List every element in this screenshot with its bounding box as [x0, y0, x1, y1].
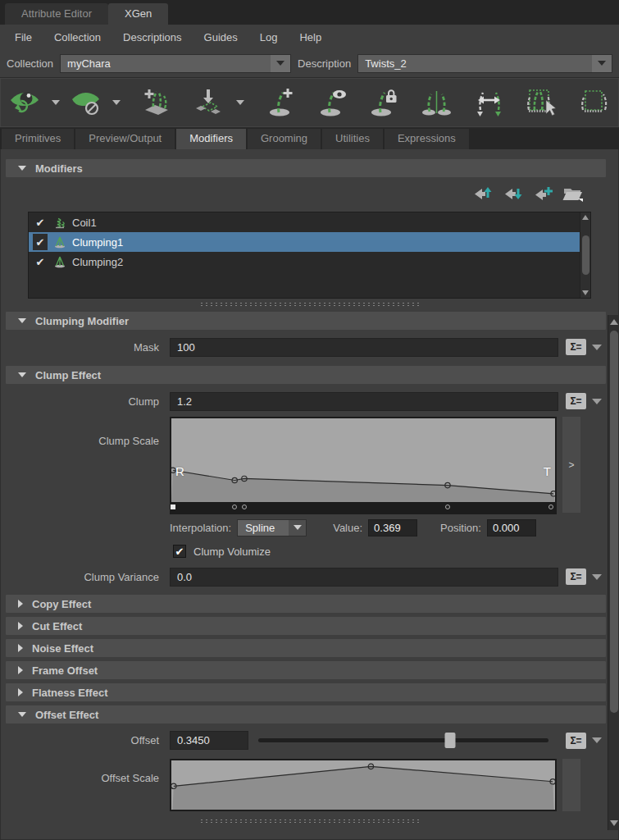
clump-volumize-row: ✔ Clump Volumize	[173, 541, 618, 561]
chevron-down-icon[interactable]	[236, 100, 244, 105]
scroll-down-icon[interactable]	[582, 290, 589, 295]
resize-handle[interactable]	[199, 819, 421, 824]
offset-row: Offset Σ=	[1, 729, 602, 751]
scroll-up-icon[interactable]	[610, 319, 618, 325]
expand-graph-button[interactable]: >	[562, 417, 580, 513]
menu-help[interactable]: Help	[299, 31, 321, 43]
flatness-effect-section-header[interactable]: Flatness Effect	[6, 683, 606, 701]
scrollbar-thumb[interactable]	[582, 235, 589, 275]
clump-input[interactable]	[170, 392, 558, 411]
curve-canvas[interactable]	[171, 760, 555, 811]
move-modifier-up-icon[interactable]	[471, 185, 493, 202]
checkbox-checked[interactable]: ✔	[33, 234, 48, 250]
mask-label: Mask	[1, 341, 170, 354]
interpolation-select[interactable]: Spline	[237, 519, 307, 536]
tab-grooming[interactable]: Grooming	[248, 129, 321, 149]
clump-volumize-checkbox[interactable]: ✔	[173, 545, 186, 558]
resize-handle[interactable]	[199, 302, 421, 307]
open-modifier-folder-icon[interactable]	[562, 185, 584, 202]
chevron-down-icon[interactable]	[52, 100, 60, 105]
offset-slider[interactable]	[258, 731, 548, 750]
clumping-modifier-section-header[interactable]: Clumping Modifier	[6, 312, 606, 330]
tab-primitives[interactable]: Primitives	[2, 129, 74, 149]
menu-collection[interactable]: Collection	[54, 31, 101, 43]
list-scrollbar[interactable]	[580, 212, 590, 298]
tab-modifiers[interactable]: Modifiers	[176, 129, 246, 149]
chevron-down-icon[interactable]	[592, 399, 602, 404]
main-scrollbar[interactable]	[608, 315, 619, 830]
interpolation-label: Interpolation:	[170, 522, 231, 534]
offset-effect-section-header[interactable]: Offset Effect	[6, 705, 606, 724]
chevron-down-icon[interactable]	[592, 574, 602, 580]
scroll-down-icon[interactable]	[610, 820, 618, 826]
select-region-icon[interactable]	[578, 88, 611, 117]
mask-input[interactable]	[170, 338, 558, 357]
tab-utilities[interactable]: Utilities	[322, 129, 383, 149]
menu-log[interactable]: Log	[260, 31, 278, 43]
key-marker-strip[interactable]	[171, 502, 555, 513]
lock-guides-icon[interactable]	[369, 88, 402, 117]
cut-effect-section-header[interactable]: Cut Effect	[6, 617, 606, 635]
select-guides-icon[interactable]	[525, 88, 559, 117]
attach-description-icon[interactable]	[193, 88, 225, 117]
slider-handle[interactable]	[444, 733, 455, 748]
offset-scale-graph[interactable]	[170, 759, 557, 811]
coil-icon	[53, 216, 66, 229]
clump-variance-input[interactable]	[170, 568, 558, 587]
checkbox-checked[interactable]: ✔	[33, 214, 48, 231]
guide-visibility-icon[interactable]	[317, 88, 350, 117]
noise-effect-section-header[interactable]: Noise Effect	[6, 639, 606, 657]
modifiers-section-header[interactable]: Modifiers	[6, 159, 606, 177]
scroll-up-icon[interactable]	[582, 215, 589, 220]
add-modifier-icon[interactable]	[532, 185, 553, 202]
expand-graph-button[interactable]	[562, 759, 580, 811]
tab-expressions[interactable]: Expressions	[385, 129, 469, 149]
menu-guides[interactable]: Guides	[204, 31, 238, 43]
clump-effect-section-header[interactable]: Clump Effect	[6, 366, 606, 384]
tab-preview-output[interactable]: Preview/Output	[75, 129, 175, 149]
checkbox-checked[interactable]: ✔	[33, 253, 48, 270]
chevron-down-icon[interactable]	[112, 100, 121, 105]
expression-button[interactable]: Σ=	[566, 393, 586, 409]
list-item-coil1[interactable]: ✔ Coil1	[29, 212, 590, 232]
menu-file[interactable]: File	[15, 31, 32, 43]
modifiers-panel: Modifiers	[0, 149, 619, 840]
tab-xgen[interactable]: XGen	[108, 3, 168, 25]
clump-scale-graph[interactable]: R T	[170, 417, 557, 514]
clump-row: Clump Σ=	[1, 390, 602, 412]
guide-width-icon[interactable]	[473, 88, 506, 117]
chevron-down-icon[interactable]	[592, 737, 602, 743]
menu-descriptions[interactable]: Descriptions	[123, 31, 182, 43]
offset-input[interactable]	[170, 731, 248, 750]
expression-button[interactable]: Σ=	[566, 733, 586, 749]
copy-effect-section-header[interactable]: Copy Effect	[6, 595, 606, 613]
expression-button[interactable]: Σ=	[566, 568, 586, 585]
curve-canvas[interactable]	[171, 418, 555, 502]
list-item-clumping2[interactable]: ✔ Clumping2	[29, 252, 590, 272]
section-title: Offset Effect	[35, 709, 98, 721]
preview-refresh-icon[interactable]	[8, 88, 41, 117]
chevron-down-icon[interactable]	[271, 55, 290, 72]
chevron-down-icon[interactable]	[289, 520, 306, 536]
preview-disable-icon[interactable]	[69, 88, 102, 117]
position-input[interactable]	[487, 519, 536, 536]
description-dropdown[interactable]: Twists_2	[357, 54, 612, 73]
collapsed-triangle-icon	[18, 622, 23, 630]
chevron-down-icon[interactable]	[592, 55, 612, 72]
slider-track[interactable]	[258, 738, 548, 742]
mirror-guides-icon[interactable]	[421, 88, 453, 117]
value-input[interactable]	[368, 519, 417, 536]
add-guide-icon[interactable]	[266, 88, 298, 117]
move-modifier-down-icon[interactable]	[502, 185, 523, 202]
collection-dropdown[interactable]: myChara	[60, 54, 291, 73]
expression-button[interactable]: Σ=	[566, 339, 586, 355]
chevron-down-icon[interactable]	[592, 345, 602, 350]
clump-variance-row: Clump Variance Σ=	[1, 566, 602, 587]
description-label: Description	[298, 57, 351, 70]
list-item-clumping1-selected[interactable]: ✔ Clumping1	[29, 232, 590, 252]
clump-volumize-label: Clump Volumize	[193, 546, 271, 558]
add-primitives-icon[interactable]	[141, 88, 174, 117]
frame-offset-section-header[interactable]: Frame Offset	[6, 661, 606, 679]
tab-attribute-editor[interactable]: Attribute Editor	[5, 3, 108, 25]
scrollbar-thumb[interactable]	[610, 331, 618, 713]
